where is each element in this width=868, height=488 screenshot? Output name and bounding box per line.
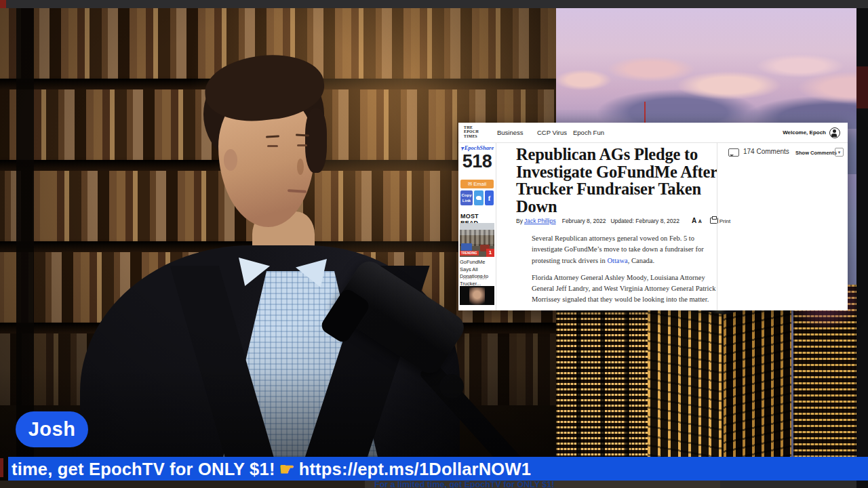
nav-item-ccp-virus[interactable]: CCP Virus: [537, 129, 567, 136]
comment-stat-icon: □: [473, 276, 476, 280]
most-read-item-title[interactable]: GoFundMe Says All Donations to Trucker..…: [460, 259, 495, 287]
ticker-url: https://ept.ms/1DollarNOW1: [299, 460, 531, 479]
twitter-bird-icon: [476, 196, 481, 200]
byline-by: By: [516, 218, 523, 224]
epoch-times-logo[interactable]: THE EPOCH TIMES: [464, 125, 479, 138]
speaker-name-tag: Josh: [16, 411, 88, 447]
logo-line: EPOCH: [464, 129, 479, 134]
under-ticker-right-edge: [856, 481, 868, 488]
right-black-edge: [856, 8, 868, 488]
top-left-red-mark: [0, 0, 6, 8]
epoch-article-screenshot: THE EPOCH TIMES Business CCP Virus Epoch…: [458, 123, 848, 310]
trending-badge: TRENDING: [460, 251, 479, 256]
epochshare-logo: ➤EpochShare: [458, 144, 496, 151]
email-icon: ✉: [468, 181, 472, 187]
ottawa-link[interactable]: Ottawa: [607, 257, 627, 264]
most-read-thumbnail[interactable]: TRENDING 1: [460, 223, 494, 257]
nav-item-epoch-fun[interactable]: Epoch Fun: [573, 129, 604, 136]
show-comments-label[interactable]: Show Comments: [795, 150, 837, 156]
print-label[interactable]: Print: [719, 218, 730, 224]
article-paragraph: Several Republican attorneys general vow…: [532, 233, 719, 266]
article-paragraph: Florida Attorney General Ashley Moody, L…: [532, 272, 719, 306]
share-stat: 1640: [462, 275, 472, 280]
comments-count[interactable]: 174 Comments: [743, 148, 789, 155]
rank-badge: 1: [486, 249, 494, 257]
under-ticker-strip: For a limited time, get EpochTV for ONLY…: [0, 481, 868, 488]
article-body: Several Republican attorneys general vow…: [532, 233, 719, 310]
author-link[interactable]: Jack Phillips: [524, 218, 556, 224]
publish-date: February 8, 2022: [562, 218, 606, 224]
welcome-user-label[interactable]: Welcome, Epoch: [783, 129, 826, 136]
ticker-left-red-sliver: [0, 458, 3, 477]
share-count: 518: [458, 151, 496, 172]
account-icon[interactable]: [829, 127, 840, 138]
most-read-item-stats: ‹ 1640 □ 2650: [460, 275, 495, 280]
column-divider: [717, 142, 717, 310]
article-byline: ByJack PhillipsFebruary 8, 2022Updated: …: [516, 217, 719, 225]
video-frame: THE EPOCH TIMES Business CCP Virus Epoch…: [0, 0, 868, 488]
promo-ticker-banner: time, get EpochTV for ONLY $1!☛https://e…: [8, 457, 868, 481]
thumbnail-truck: [461, 243, 472, 251]
facebook-share-button[interactable]: f: [485, 190, 494, 205]
article-headline: Republican AGs Pledge to Investigate GoF…: [516, 146, 724, 216]
copy-link-button[interactable]: Copy Link: [460, 190, 473, 205]
logo-line: TIMES: [464, 134, 479, 138]
font-size-decrease-button[interactable]: A: [698, 219, 702, 224]
share-rail: ➤EpochShare 518 ✉ Email Copy Link f MOST…: [458, 142, 496, 310]
edge-red-patch: [856, 66, 868, 108]
ticker-text: time, get EpochTV for ONLY $1!☛https://e…: [12, 459, 531, 479]
under-ticker-text: For a limited time, get EpochTV for ONLY…: [374, 481, 554, 488]
comments-bubble-icon: [728, 148, 739, 157]
nav-item-business[interactable]: Business: [497, 129, 524, 136]
show-comments-dropdown[interactable]: ▾: [835, 148, 844, 157]
comment-stat: 2650: [477, 275, 487, 280]
most-read-thumbnail-2[interactable]: [460, 286, 494, 305]
twitter-share-button[interactable]: [474, 190, 484, 205]
updated-date: Updated: February 8, 2022: [610, 218, 679, 224]
pointing-hand-icon: ☛: [279, 460, 295, 479]
share-stat-icon: ‹: [460, 276, 461, 280]
site-header: THE EPOCH TIMES Business CCP Virus Epoch…: [458, 123, 848, 143]
font-size-increase-button[interactable]: A: [692, 217, 696, 224]
email-share-button[interactable]: ✉ Email: [460, 180, 494, 188]
top-chrome-bar: [0, 0, 868, 8]
